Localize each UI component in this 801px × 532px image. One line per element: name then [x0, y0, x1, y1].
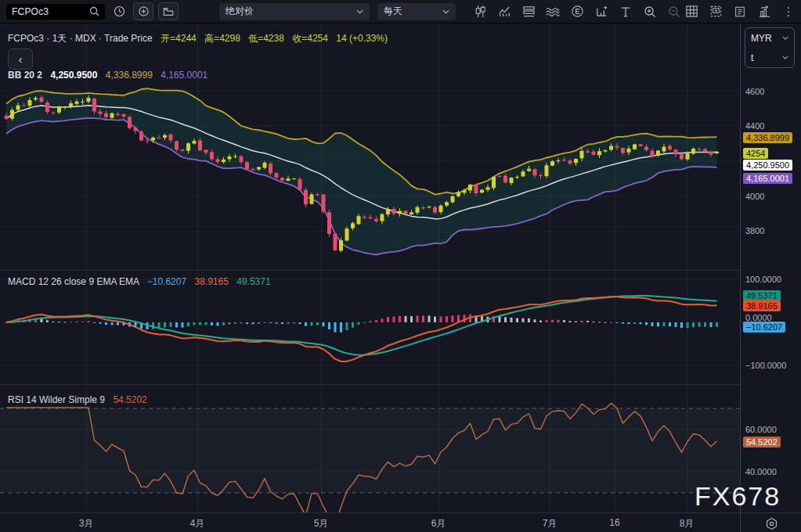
price-badge: 49.5371 — [743, 290, 781, 301]
compare-button[interactable] — [496, 3, 513, 20]
macd-panel-chart[interactable] — [0, 271, 741, 388]
panel-separator[interactable] — [0, 384, 741, 385]
toolbar-tools — [471, 3, 683, 20]
timezone-settings-button[interactable] — [763, 516, 779, 531]
macd-hist-value: −10.6207 — [147, 276, 186, 287]
high-label: 高= — [204, 33, 219, 44]
more-menu-button[interactable]: ⋮ — [780, 3, 797, 20]
zoom-out-icon — [668, 5, 680, 18]
time-axis-label: 7月 — [543, 517, 557, 530]
indicators-button[interactable] — [544, 3, 561, 20]
time-axis[interactable]: 3月4月5月6月7月168月 — [0, 512, 801, 532]
open-layout-button[interactable] — [158, 2, 179, 20]
time-axis-label: 8月 — [680, 517, 695, 530]
symbol-legend-title[interactable]: FCPOc3 · 1天 · MDX · Trade Price — [8, 33, 153, 44]
main-legend: FCPOc3 · 1天 · MDX · Trade Price 开=4244 高… — [8, 32, 388, 45]
price-badge: 38.9165 — [743, 300, 781, 311]
hexagon-dot-icon — [765, 517, 778, 530]
currency-selector[interactable]: MYR — [745, 28, 794, 48]
bb-middle-value: 4,250.9500 — [50, 70, 97, 81]
time-axis-separator — [740, 513, 741, 532]
candles-icon — [474, 5, 487, 18]
chevron-down-icon — [782, 56, 788, 59]
axis-tick: 4600 — [745, 87, 764, 96]
bb-legend-title[interactable]: BB 20 2 — [8, 70, 42, 81]
macd-legend: MACD 12 26 close 9 EMA EMA −10.6207 38.9… — [8, 276, 271, 287]
bb-lower-value: 4,165.0001 — [161, 70, 207, 81]
price-mode-dropdown[interactable]: 绝对价 — [219, 3, 370, 20]
axis-tick: 60.0000 — [745, 425, 777, 434]
add-pane-button[interactable] — [707, 3, 724, 20]
time-axis-label: 3月 — [79, 517, 94, 530]
axis-tick: 3800 — [745, 226, 764, 235]
panel-separator[interactable] — [0, 270, 741, 271]
macd-line-value: 38.9165 — [194, 276, 228, 287]
unit-selector[interactable]: t — [745, 48, 794, 67]
time-axis-label: 5月 — [314, 517, 329, 530]
add-pane-icon — [709, 5, 723, 18]
low-label: 低= — [248, 33, 263, 44]
interval-dropdown[interactable]: 每天 — [377, 3, 456, 20]
zoom-out-button[interactable] — [666, 3, 683, 20]
news-page-icon — [734, 5, 746, 18]
fx678-watermark: FX678 — [695, 481, 781, 512]
table-grid-icon — [685, 5, 698, 18]
time-axis-label: 4月 — [190, 517, 205, 530]
bar-replay-clock-button[interactable] — [110, 3, 128, 20]
axis-tick: 100.0000 — [745, 275, 781, 284]
time-axis-label: 6月 — [431, 517, 446, 530]
low-value: 4238 — [263, 33, 284, 44]
bb-upper-value: 4,336.8999 — [106, 70, 153, 81]
axis-tick: 4000 — [745, 192, 764, 201]
strategy-tester-button[interactable] — [593, 3, 610, 20]
price-panel-chart[interactable] — [0, 23, 741, 273]
collapse-legend-button[interactable]: ‹ — [8, 49, 33, 70]
economic-events-button[interactable] — [568, 3, 586, 20]
add-symbol-button[interactable] — [133, 2, 153, 20]
axis-tick: 4400 — [745, 121, 764, 131]
rsi-legend-title[interactable]: RSI 14 Wilder Simple 9 — [8, 394, 105, 405]
high-value: 4298 — [219, 33, 240, 44]
price-badge: 4254 — [743, 148, 768, 159]
chevron-down-icon — [442, 9, 449, 14]
price-axis[interactable]: MYR t 4600440040003800100.00000.0000−100… — [741, 23, 801, 512]
rsi-legend: RSI 14 Wilder Simple 9 54.5202 — [8, 394, 147, 405]
search-icon — [89, 6, 99, 16]
macd-legend-title[interactable]: MACD 12 26 close 9 EMA EMA — [8, 276, 139, 287]
chart-style-button[interactable] — [471, 3, 489, 20]
axis-tick: 40.0000 — [745, 467, 777, 476]
currency-unit-box: MYR t — [745, 27, 795, 68]
rsi-value: 54.5202 — [113, 394, 146, 405]
open-label: 开= — [161, 33, 175, 44]
zoom-in-icon — [644, 5, 656, 18]
change-value: 14 (+0.33%) — [336, 33, 388, 44]
axis-tick: −100.0000 — [745, 361, 786, 370]
clock-icon — [114, 5, 125, 17]
bb-legend: BB 20 2 4,250.9500 4,336.8999 4,165.0001 — [8, 70, 207, 81]
grid-plus-icon — [595, 5, 608, 18]
macd-signal-value: 49.5371 — [236, 276, 270, 287]
folder-icon — [163, 7, 174, 16]
price-mode-label: 绝对价 — [226, 5, 254, 18]
performance-chart-icon — [498, 5, 511, 18]
indicators-waves-icon — [546, 6, 560, 17]
news-button[interactable] — [731, 3, 749, 20]
price-badge: 4,336.8999 — [743, 132, 792, 143]
symbol-search-box[interactable]: FCPOc3 — [6, 4, 105, 20]
text-tool-button[interactable] — [617, 3, 634, 20]
plus-circle-icon — [139, 6, 149, 16]
currency-label: MYR — [751, 33, 772, 44]
chart-stats-button[interactable] — [756, 3, 773, 20]
zoom-in-button[interactable] — [641, 3, 658, 20]
economy-e-icon — [571, 5, 584, 18]
bar-chart-arrow-icon — [758, 5, 771, 18]
text-tool-icon — [619, 5, 632, 18]
kebab-menu-icon: ⋮ — [783, 5, 795, 17]
layout-templates-button[interactable] — [520, 3, 537, 20]
top-toolbar: FCPOc3 — [0, 0, 801, 23]
toolbar-right-group: ⋮ ⚙ ↺ TV — [683, 2, 801, 22]
unit-label: t — [751, 52, 753, 63]
price-badge: 54.5202 — [743, 437, 781, 448]
multi-chart-layout-button[interactable] — [683, 3, 700, 20]
price-badge: 4,250.9500 — [743, 160, 792, 171]
